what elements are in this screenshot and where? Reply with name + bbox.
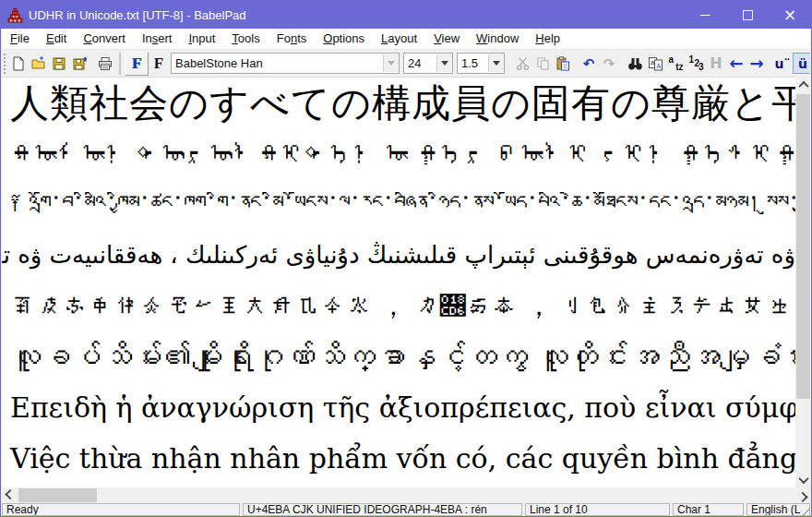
redo-button[interactable]: ↷ (599, 53, 619, 75)
new-document-button[interactable] (8, 53, 29, 75)
cut-button[interactable] (512, 53, 532, 75)
toolbar: F F BabelStone Han 24 1.5 (2, 50, 810, 77)
line-spacing-dropdown-button[interactable] (488, 54, 504, 72)
horizontal-scroll-thumb[interactable] (18, 488, 97, 502)
minimize-button[interactable] (684, 1, 726, 29)
copy-icon (536, 56, 550, 70)
chevron-down-icon (798, 473, 808, 483)
paste-clipboard-icon (555, 56, 570, 71)
text-line-khitan: 𘬟𘭑𘮇𘯔𘰙𘱂𘲃𘳀𘬮𘭶𘮻𘯮𘰷𘱫 ， 𘲤𘳖𘬳𘭿 ， 𘮖𘯙𘰬𘱔𘲪𘳁𘬹𘭧𘮟𘯇𘰅𘱞 (2, 281, 795, 331)
scroll-left-button[interactable] (2, 487, 18, 503)
normalize-decomposed-button[interactable]: u¨ (772, 53, 793, 75)
font-size-value: 24 (404, 56, 436, 70)
font-name-value: BabelStone Han (172, 56, 383, 70)
scroll-down-button[interactable] (795, 472, 811, 487)
menu-help[interactable]: Help (527, 29, 568, 49)
open-file-button[interactable] (29, 53, 49, 75)
status-character-info: U+4EBA CJK UNIFIED IDEOGRAPH-4EBA : rén (243, 503, 522, 516)
menu-fonts[interactable]: Fonts (269, 29, 316, 49)
print-button[interactable] (95, 53, 115, 75)
svg-text:A: A (656, 62, 661, 68)
chevron-right-icon (797, 491, 807, 501)
dropdown-arrow-icon (493, 61, 500, 66)
scroll-up-button[interactable] (795, 77, 811, 92)
toolbar-band-separator (119, 53, 121, 75)
menu-file[interactable]: File (2, 29, 38, 49)
han-toggle-button[interactable]: H (706, 53, 726, 75)
paste-button[interactable] (553, 53, 573, 75)
text-line-mongolian: ᠬᠦᠮᠦᠨ ᠲᠥᠷᠥᠯᠬᠢᠲᠡᠨ ᠦ ᠭᠡᠷ ᠪᠦᠯᠢ ᠶᠢᠨ ᠭᠡᠰᠢᠭᠦᠨ … (2, 128, 795, 179)
menu-convert[interactable]: Convert (75, 29, 134, 49)
save-as-floppy-icon (72, 56, 87, 71)
menu-layout[interactable]: Layout (373, 29, 425, 49)
status-line-number: Line 1 of 10 (525, 503, 670, 516)
printer-icon (98, 56, 113, 71)
maximize-button[interactable] (726, 1, 769, 29)
digits-123-icon: 1 2 3 (688, 55, 704, 72)
binoculars-icon (627, 56, 643, 71)
minimize-icon (700, 15, 710, 16)
chevron-left-icon (5, 488, 15, 499)
close-icon: × (783, 7, 796, 23)
menu-edit[interactable]: Edit (38, 29, 75, 49)
status-bar: Ready U+4EBA CJK UNIFIED IDEOGRAPH-4EBA … (2, 503, 810, 516)
scissors-icon (516, 56, 530, 70)
text-line-myanmar: လူခပ်သိမ်း၏မျိုးရိုးဂုဏ်သိက္ခာနှင့်တကွ လ… (2, 331, 795, 382)
menu-input[interactable]: Input (180, 29, 223, 49)
save-as-button[interactable] (69, 53, 90, 75)
menu-options[interactable]: Options (315, 29, 373, 49)
navigate-forward-button[interactable]: → (746, 53, 767, 75)
convert-page-icon: a A (648, 56, 663, 71)
font-glyph-toggle-button[interactable]: F (125, 52, 149, 76)
text-line-vietnamese: Việc thừa nhận nhân phẩm vốn có, các quy… (2, 433, 795, 484)
copy-button[interactable] (532, 53, 553, 75)
status-char-position: Char 1 (673, 503, 744, 516)
close-button[interactable]: × (769, 1, 811, 29)
text-line-uyghur: ۋە تەۋرەنمەس ھوقۇقىنى ئېتىراپ قىلىشنىڭ د… (2, 230, 795, 281)
menu-insert[interactable]: Insert (134, 29, 181, 49)
font-size-dropdown-button[interactable] (436, 54, 452, 72)
horizontal-scrollbar[interactable] (2, 487, 810, 503)
menu-bar: FileEditConvertInsertInputToolsFontsOpti… (2, 29, 810, 50)
font-plain-toggle-button[interactable]: F (149, 53, 169, 75)
open-folder-icon (31, 56, 46, 71)
scroll-right-button[interactable] (794, 487, 810, 503)
line-spacing-combobox[interactable]: 1.5 (457, 53, 505, 74)
dropdown-arrow-icon (441, 61, 448, 66)
title-bar: UDHR in Unicode.txt [UTF-8] - BabelPad × (1, 1, 811, 29)
menu-window[interactable]: Window (468, 29, 527, 49)
find-button[interactable] (625, 53, 645, 75)
normalize-composed-button[interactable]: ü (793, 53, 810, 74)
new-document-icon (11, 56, 26, 71)
save-button[interactable] (49, 53, 69, 75)
vertical-scrollbar[interactable] (795, 77, 811, 487)
line-spacing-value: 1.5 (458, 56, 488, 70)
window-title: UDHR in Unicode.txt [UTF-8] - BabelPad (29, 8, 246, 22)
vertical-scroll-thumb[interactable] (796, 94, 810, 399)
undo-button[interactable]: ↶ (579, 53, 599, 75)
font-size-combobox[interactable]: 24 (403, 53, 453, 74)
text-line-tibetan: ༈ འགྲོ་བ་མིའི་ཁྱིམ་ཚང་ཁག་གི་ནང་མི་ཡོངས་ལ… (2, 179, 795, 230)
font-name-combobox[interactable]: BabelStone Han (171, 53, 400, 74)
babelpad-window: UDHR in Unicode.txt [UTF-8] - BabelPad ×… (0, 0, 812, 517)
menu-view[interactable]: View (425, 29, 468, 49)
text-line-japanese: 人類社会のすべての構成員の固有の尊厳と平等で譲ることの (2, 78, 795, 128)
font-name-dropdown-button[interactable] (383, 54, 399, 72)
dropdown-arrow-icon (388, 61, 395, 66)
babelpad-tower-icon (7, 7, 23, 23)
sort-az-icon: a tz (668, 55, 684, 72)
maximize-icon (743, 10, 753, 20)
navigate-back-button[interactable]: ← (726, 53, 746, 75)
character-convert-button[interactable]: a A (645, 53, 665, 75)
text-editor[interactable]: 人類社会のすべての構成員の固有の尊厳と平等で譲ることの ᠬᠦᠮᠦᠨ ᠲᠥᠷᠥᠯᠬ… (2, 77, 795, 488)
window-controls: × (684, 1, 811, 29)
status-ready: Ready (2, 503, 240, 516)
digits-convert-button[interactable]: 1 2 3 (686, 53, 706, 75)
chevron-up-icon (798, 80, 808, 90)
save-floppy-icon (52, 56, 66, 71)
toolbar-grip[interactable] (4, 54, 6, 74)
text-line-greek: Επειδὴ ἡ ἀναγνώριση τῆς ἀξιοπρέπειας, πο… (2, 382, 795, 433)
menu-tools[interactable]: Tools (223, 29, 268, 49)
sort-az-button[interactable]: a tz (665, 53, 686, 75)
svg-text:a: a (651, 59, 654, 66)
